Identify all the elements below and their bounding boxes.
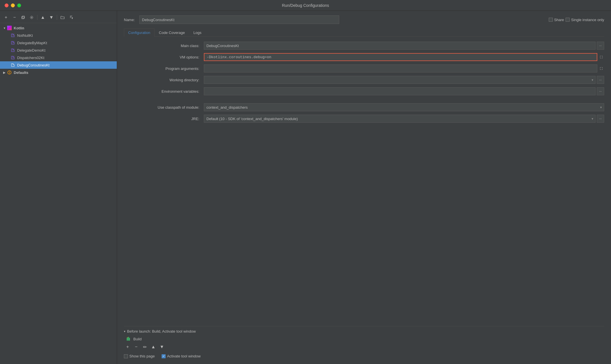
before-launch-down-button[interactable]: ▼ (158, 344, 166, 350)
vm-options-expand-button[interactable] (598, 53, 604, 61)
main-layout: + − ▲ ▼ ▾ (0, 11, 611, 364)
program-arguments-row: Program arguments: (124, 64, 604, 73)
use-classpath-row: Use classpath of module: context_and_dis… (124, 103, 604, 112)
main-class-browse-button[interactable]: ··· (597, 42, 604, 50)
activate-window-label[interactable]: ✓ Activate tool window (162, 354, 201, 358)
right-panel: Name: Share Single instance only Configu… (117, 11, 611, 364)
before-launch-up-button[interactable]: ▲ (150, 344, 157, 350)
before-launch-remove-button[interactable]: − (132, 344, 140, 350)
defaults-label: Defaults (14, 70, 28, 75)
title-bar: Run/Debug Configurations (0, 0, 611, 11)
window-title: Run/Debug Configurations (282, 3, 329, 8)
program-arguments-expand-button[interactable] (598, 64, 604, 72)
kotlin-group-label: Kotlin (14, 26, 24, 30)
build-item: Build (124, 335, 604, 343)
svg-point-2 (31, 17, 32, 18)
spacer (124, 126, 604, 326)
show-page-checkbox[interactable] (124, 354, 128, 358)
environment-variables-input[interactable] (204, 87, 596, 95)
kotlin-icon (7, 26, 12, 30)
defaults-icon (7, 70, 12, 75)
jre-field: Default (10 - SDK of 'context_and_dispat… (204, 115, 604, 123)
before-launch-edit-button[interactable]: ✏ (141, 344, 148, 350)
use-classpath-select-wrapper: context_and_dispatchers ▼ (204, 103, 604, 111)
main-class-input[interactable] (204, 42, 596, 50)
working-directory-select-wrapper: ▼ (204, 76, 596, 84)
jre-label: JRE: (124, 117, 204, 121)
remove-config-button[interactable]: − (11, 14, 18, 21)
traffic-lights (5, 3, 21, 7)
single-instance-label: Single instance only (571, 18, 604, 22)
activate-window-text: Activate tool window (167, 354, 201, 358)
svg-rect-25 (127, 338, 128, 341)
close-button[interactable] (5, 3, 9, 7)
settings-config-button[interactable] (28, 14, 35, 21)
show-page-label[interactable]: Show this page (124, 354, 155, 358)
kotlin-file-icon-4 (10, 55, 15, 60)
working-directory-row: Working directory: ▼ ··· (124, 76, 604, 84)
program-arguments-label: Program arguments: (124, 66, 204, 71)
share-area: Share Single instance only (549, 18, 604, 22)
single-instance-checkbox-label[interactable]: Single instance only (566, 18, 604, 22)
sidebar-item-delegatebymapkt[interactable]: DelegateByMapKt (0, 39, 117, 46)
svg-rect-0 (22, 17, 24, 19)
kotlin-file-icon-2 (10, 41, 15, 45)
activate-window-checkbox[interactable]: ✓ (162, 354, 166, 358)
environment-variables-row: Environment variables: ··· (124, 87, 604, 96)
footer-row: Show this page ✓ Activate tool window (124, 351, 604, 359)
jre-select-wrapper: Default (10 - SDK of 'context_and_dispat… (204, 115, 596, 123)
vm-options-row: VM options: (124, 53, 604, 61)
sidebar-item-kotlin-group[interactable]: ▾ Kotlin (0, 24, 117, 32)
move-down-button[interactable]: ▼ (48, 14, 55, 21)
program-arguments-field (204, 64, 604, 72)
sidebar-item-delegatedemokt[interactable]: DelegateDemoKt (0, 46, 117, 54)
jre-select[interactable]: Default (10 - SDK of 'context_and_dispat… (204, 115, 596, 123)
before-launch-add-button[interactable]: + (124, 344, 131, 350)
jre-browse-button[interactable]: ··· (597, 115, 604, 123)
build-icon (126, 337, 131, 341)
config-header: Name: Share Single instance only (124, 15, 604, 24)
minimize-button[interactable] (11, 3, 15, 7)
before-launch-section: ▾ Before launch: Build, Activate tool wi… (124, 326, 604, 351)
vm-options-label: VM options: (124, 55, 204, 59)
share-checkbox[interactable] (549, 18, 553, 22)
move-up-button[interactable]: ▲ (39, 14, 47, 21)
sidebar-item-debugcoroutineskt[interactable]: DebugCoroutinesKt (0, 61, 117, 69)
tab-code-coverage[interactable]: Code Coverage (154, 29, 189, 37)
notnullkt-label: NotNullKt (17, 33, 33, 38)
use-classpath-label: Use classpath of module: (124, 105, 204, 110)
before-launch-header: ▾ Before launch: Build, Activate tool wi… (124, 329, 604, 333)
tabs-row: Configuration Code Coverage Logs (124, 29, 604, 37)
use-classpath-select[interactable]: context_and_dispatchers (204, 103, 604, 111)
dispatchers02kt-label: Dispatchers02Kt (17, 56, 44, 60)
main-class-row: Main class: ··· (124, 41, 604, 50)
sidebar-item-dispatchers02kt[interactable]: Dispatchers02Kt (0, 54, 117, 61)
build-item-toolbar: + − ✏ ▲ ▼ (124, 343, 604, 351)
sort-button[interactable] (67, 14, 75, 21)
svg-rect-1 (22, 16, 25, 18)
environment-variables-browse-button[interactable]: ··· (597, 87, 604, 95)
environment-variables-label: Environment variables: (124, 89, 204, 94)
vm-options-input[interactable] (204, 53, 597, 61)
name-input[interactable] (139, 15, 339, 24)
tab-configuration[interactable]: Configuration (124, 29, 154, 37)
single-instance-checkbox[interactable] (566, 18, 570, 22)
kotlin-file-icon-5 (10, 63, 15, 67)
toolbar-separator-2 (57, 15, 57, 20)
vm-options-field (204, 53, 604, 61)
working-directory-label: Working directory: (124, 78, 204, 82)
sidebar-item-defaults[interactable]: ▶ Defaults (0, 69, 117, 76)
kotlin-file-icon-3 (10, 48, 15, 52)
add-config-button[interactable]: + (2, 14, 10, 21)
build-item-label: Build (133, 337, 142, 341)
tab-logs[interactable]: Logs (189, 29, 206, 37)
share-checkbox-label[interactable]: Share (549, 18, 564, 22)
program-arguments-input[interactable] (204, 64, 597, 72)
sidebar-item-notnullkt[interactable]: NotNullKt (0, 32, 117, 39)
chevron-right-icon: ▶ (2, 70, 6, 74)
working-directory-input[interactable] (204, 76, 596, 84)
copy-config-button[interactable] (19, 14, 27, 21)
folder-button[interactable] (59, 14, 66, 21)
working-directory-browse-button[interactable]: ··· (597, 76, 604, 84)
maximize-button[interactable] (17, 3, 21, 7)
